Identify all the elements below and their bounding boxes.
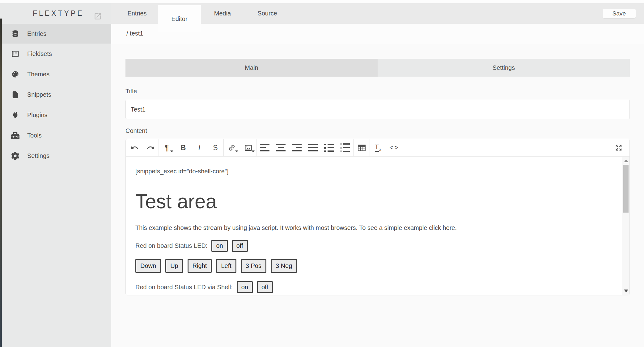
align-left-icon[interactable] <box>256 139 273 156</box>
sidebar-item-label: Tools <box>27 132 42 139</box>
led-label: Red on board Status LED: <box>135 242 207 249</box>
flextype-app: FLEXTYPE Entries Fieldsets Themes <box>0 0 644 347</box>
gear-icon <box>11 152 19 160</box>
header-bar: Entries Editor Media Source Save <box>111 3 644 24</box>
unordered-list-icon[interactable] <box>321 139 337 156</box>
content-heading: Test area <box>135 191 622 213</box>
shell-off-button[interactable]: off <box>257 281 273 293</box>
led-on-button[interactable]: on <box>211 240 227 252</box>
tab-label: Source <box>257 10 277 17</box>
tab-entries[interactable]: Entries <box>116 3 158 24</box>
top-tabs: Entries Editor Media Source <box>116 3 644 24</box>
redo-icon[interactable] <box>142 139 159 156</box>
app-logo: FLEXTYPE <box>33 9 84 18</box>
shell-led-label: Red on board Status LED via Shell: <box>135 284 233 291</box>
palette-icon <box>11 70 19 78</box>
sidebar-item-snippets[interactable]: Snippets <box>0 84 111 105</box>
editor-toolbar: ¶ B I S <box>126 139 629 157</box>
paragraph-icon[interactable]: ¶ <box>159 139 175 156</box>
sidebar-item-label: Fieldsets <box>27 50 52 57</box>
chevron-down-icon <box>235 150 238 152</box>
sidebar-item-label: Plugins <box>27 112 48 119</box>
desktop-edge-artifact <box>0 19 2 347</box>
clear-format-t: T <box>375 144 379 152</box>
panel-tab-main[interactable]: Main <box>125 59 378 77</box>
align-center-icon[interactable] <box>273 139 289 156</box>
fullscreen-icon[interactable] <box>611 139 627 156</box>
clear-format-x: x <box>379 147 381 152</box>
image-icon[interactable] <box>240 139 256 156</box>
plug-icon <box>11 111 19 119</box>
scrollbar-thumb[interactable] <box>623 165 629 213</box>
undo-icon[interactable] <box>126 139 142 156</box>
shell-on-button[interactable]: on <box>237 281 253 293</box>
link-icon[interactable] <box>224 139 240 156</box>
rich-text-editor: ¶ B I S <box>125 139 630 295</box>
paragraph-glyph: ¶ <box>165 143 169 152</box>
sidebar-item-plugins[interactable]: Plugins <box>0 105 111 125</box>
content-paragraph: This example shows the stream by using j… <box>135 224 622 231</box>
panel-tab-settings[interactable]: Settings <box>378 59 630 77</box>
chevron-down-icon <box>170 150 173 152</box>
content-label: Content <box>125 127 630 134</box>
panel-tab-label: Settings <box>493 64 515 71</box>
right-button[interactable]: Right <box>188 259 212 273</box>
italic-icon[interactable]: I <box>191 139 207 156</box>
tab-media[interactable]: Media <box>201 3 244 24</box>
three-pos-button[interactable]: 3 Pos <box>241 259 266 273</box>
title-input[interactable] <box>125 100 630 119</box>
table-icon[interactable] <box>354 139 370 156</box>
scroll-down-arrow-icon[interactable] <box>624 290 628 292</box>
clear-format-icon[interactable]: Tx <box>370 139 386 156</box>
title-label: Title <box>125 88 630 95</box>
sidebar-item-label: Snippets <box>27 91 51 98</box>
logo-row: FLEXTYPE <box>0 3 111 24</box>
align-right-icon[interactable] <box>289 139 305 156</box>
editor-content[interactable]: [snippets_exec id="do-shell-core"] Test … <box>126 157 622 295</box>
left-button[interactable]: Left <box>216 259 236 273</box>
sidebar-item-tools[interactable]: Tools <box>0 125 111 146</box>
sidebar-item-label: Themes <box>27 71 49 78</box>
align-justify-icon[interactable] <box>305 139 321 156</box>
panel-tabs: Main Settings <box>125 59 630 77</box>
tab-label: Editor <box>171 15 187 23</box>
ordered-list-icon[interactable] <box>337 139 353 156</box>
database-icon <box>11 30 19 38</box>
toolbox-icon <box>11 131 19 140</box>
sidebar: FLEXTYPE Entries Fieldsets Themes <box>0 3 111 347</box>
code-glyph: <> <box>389 144 399 152</box>
window-top-strip <box>0 0 644 3</box>
led-off-button[interactable]: off <box>232 240 248 252</box>
open-in-new-icon[interactable] <box>94 12 102 20</box>
editor-scrollbar[interactable] <box>622 157 629 295</box>
up-button[interactable]: Up <box>165 259 183 273</box>
chevron-down-icon <box>252 150 255 152</box>
sidebar-item-entries[interactable]: Entries <box>0 24 111 44</box>
tab-label: Entries <box>127 10 146 17</box>
bold-glyph: B <box>181 144 186 152</box>
tab-label: Media <box>214 10 231 17</box>
sidebar-item-fieldsets[interactable]: Fieldsets <box>0 44 111 64</box>
breadcrumb: / test1 <box>126 30 143 37</box>
tab-source[interactable]: Source <box>244 3 290 24</box>
list-icon <box>11 50 19 58</box>
panel-tab-label: Main <box>245 64 258 71</box>
sidebar-item-themes[interactable]: Themes <box>0 64 111 84</box>
code-icon[interactable]: <> <box>386 139 402 156</box>
sidebar-item-settings[interactable]: Settings <box>0 146 111 166</box>
tab-editor[interactable]: Editor <box>158 5 201 32</box>
direction-buttons-row: Down Up Right Left 3 Pos 3 Neg <box>135 259 622 273</box>
led-row: Red on board Status LED: on off <box>135 240 622 252</box>
scroll-up-arrow-icon[interactable] <box>624 159 628 162</box>
italic-glyph: I <box>198 144 200 152</box>
snippet-shortcode: [snippets_exec id="do-shell-core"] <box>135 168 622 175</box>
save-button[interactable]: Save <box>603 9 636 18</box>
down-button[interactable]: Down <box>135 259 161 273</box>
strikethrough-icon[interactable]: S <box>207 139 223 156</box>
strikethrough-glyph: S <box>213 144 218 152</box>
three-neg-button[interactable]: 3 Neg <box>271 259 297 273</box>
sidebar-item-label: Entries <box>27 30 46 37</box>
shell-led-row: Red on board Status LED via Shell: on of… <box>135 281 622 293</box>
bold-icon[interactable]: B <box>175 139 191 156</box>
main-content: Main Settings Title Content ¶ <box>111 44 644 347</box>
